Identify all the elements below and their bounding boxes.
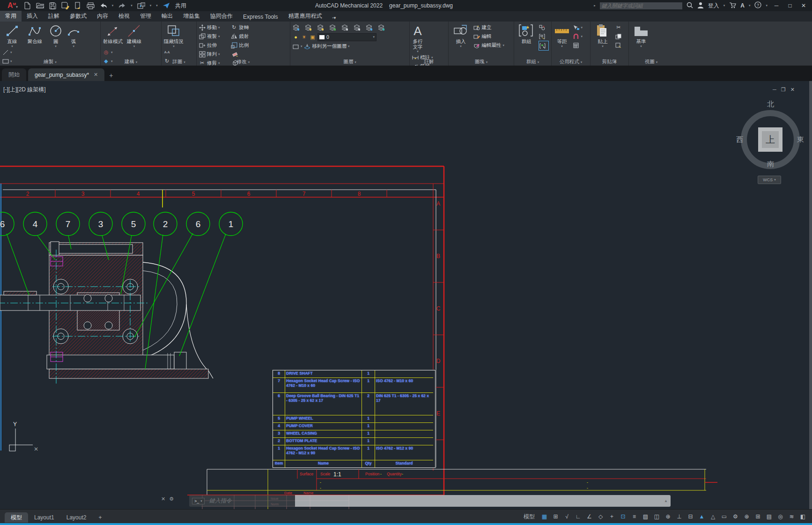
ungroup-mini-button[interactable]: x [539, 23, 549, 32]
user-icon[interactable] [697, 2, 704, 10]
ribbon-collapse-icon[interactable]: ▫▾ [327, 14, 341, 22]
search-input[interactable] [600, 2, 682, 9]
layer-tool-icon-1[interactable] [304, 24, 311, 31]
isometric-drafting-icon[interactable]: ◇ [596, 512, 605, 521]
base-view-button[interactable]: 基準▾ [631, 23, 651, 48]
workspace-switching-icon[interactable]: ⚙ [731, 512, 740, 521]
share-icon[interactable] [162, 2, 170, 9]
dynamic-input-icon[interactable]: ⊟ [686, 512, 695, 521]
ribbon-tab-7[interactable]: 輸出 [156, 11, 178, 22]
section-line-mini-button[interactable]: A-A [163, 48, 174, 57]
layout-dropdown-icon[interactable]: ▾ [150, 4, 152, 7]
model-paper-toggle[interactable]: 模型 [524, 513, 535, 521]
panel-label-detail[interactable]: 詳圖 ▾ [162, 59, 196, 65]
new-file-icon[interactable] [23, 2, 31, 9]
layer-on-icon[interactable]: ● [292, 34, 299, 40]
layout1-tab[interactable]: Layout1 [28, 512, 60, 523]
copyclip-mini-button[interactable] [615, 32, 625, 41]
panel-label-draw[interactable]: 繪製 ▾ [0, 59, 100, 65]
array-button[interactable]: 陣列▾ [199, 50, 229, 59]
panel-label-clipboard[interactable]: 剪貼簿 [591, 59, 628, 65]
file-tab-document[interactable]: gear_pump_subassy* ✕ [28, 68, 104, 81]
layer-tool-icon-4[interactable] [341, 24, 348, 31]
construction-line-button[interactable]: 建構線▾ [125, 23, 143, 48]
drawline-mini-button[interactable]: ▾ [2, 48, 19, 57]
layer-state-icon[interactable] [292, 43, 299, 50]
viewcube-south[interactable]: 南 [767, 160, 774, 169]
panel-label-modify[interactable]: 修改 ▾ [197, 59, 290, 65]
move-to-layer-button[interactable]: 移到另一個圖層 [312, 43, 347, 50]
clean-screen-icon[interactable]: ◧ [798, 512, 807, 521]
magnet-mini-button[interactable]: ▾ [572, 32, 588, 41]
quick-properties-icon[interactable]: ▤ [765, 512, 774, 521]
transparency-icon[interactable]: ▨ [641, 512, 650, 521]
3d-object-snap-icon[interactable]: ⊕ [664, 512, 672, 521]
ribbon-tab-3[interactable]: 參數式 [65, 11, 92, 22]
layer-tool-icon-7[interactable] [377, 24, 384, 31]
ribbon-tab-9[interactable]: 協同合作 [205, 11, 238, 22]
panel-label-construct[interactable]: 建構 ▾ [101, 59, 161, 65]
scale-button[interactable]: 比例 [230, 41, 258, 50]
ribbon-tab-10[interactable]: Express Tools [238, 12, 283, 22]
app-logo-icon[interactable]: AM▾ [4, 1, 19, 10]
panel-label-annotate[interactable]: 註解 [410, 59, 448, 65]
ribbon-tab-0[interactable]: 常用 [0, 11, 22, 22]
group-button[interactable]: 群組 [516, 23, 537, 44]
units-icon[interactable]: ⊞ [753, 512, 762, 521]
open-folder-icon[interactable] [36, 2, 44, 9]
help-dropdown-icon[interactable]: ▾ [766, 4, 768, 7]
search-icon[interactable] [687, 2, 693, 10]
redo-dropdown-icon[interactable]: ▾ [131, 4, 133, 7]
file-tab-start[interactable]: 開始 [2, 68, 26, 81]
cart-icon[interactable] [729, 2, 736, 10]
polyline-button[interactable]: 聚合線 [24, 23, 45, 44]
ribbon-tab-2[interactable]: 註解 [43, 11, 65, 22]
layer-tool-icon-6[interactable] [365, 24, 372, 31]
move-button[interactable]: 移動▾ [199, 23, 229, 32]
arc-button[interactable]: 弧▾ [66, 23, 81, 48]
annotation-monitor-icon[interactable]: ⊕ [742, 512, 751, 521]
edit-block-button[interactable]: 編輯 [473, 32, 509, 41]
dwg-restore-icon[interactable]: ❐ [781, 87, 786, 93]
panel-label-view[interactable]: 視圖 ▾ [629, 59, 673, 65]
center-circle-mini-button[interactable]: ◎▾ [103, 48, 118, 57]
viewport-controls[interactable]: [-][上][2D 線架構] [3, 86, 46, 94]
selection-cycling-icon[interactable]: ◫ [652, 512, 661, 521]
help-icon[interactable]: ? [754, 1, 761, 10]
copy-button[interactable]: 複製▾ [199, 32, 229, 41]
command-recent-icon[interactable]: >_▾ [192, 498, 205, 504]
share-button[interactable]: 共用 [175, 2, 186, 10]
annotation-scale-icon[interactable]: ▭ [720, 512, 729, 521]
autoscale-icon[interactable]: △ [709, 512, 717, 521]
snap-icon[interactable]: ⊞ [551, 512, 560, 521]
graphics-performance-icon[interactable]: ≋ [787, 512, 796, 521]
new-tab-button[interactable]: + [109, 72, 113, 81]
plot-icon[interactable] [74, 2, 82, 9]
panel-label-utilities[interactable]: 公用程式 ▾ [552, 59, 590, 65]
paste-special-mini-button[interactable] [615, 41, 625, 50]
object-snap-icon[interactable]: ⊡ [619, 512, 627, 521]
new-layout-button[interactable]: + [92, 512, 108, 523]
paste-button[interactable]: 貼上▾ [592, 23, 613, 48]
cut-mini-button[interactable]: ✂ [615, 23, 625, 32]
panel-label-group[interactable]: 群組 ▾ [514, 59, 551, 65]
minimize-button[interactable]: ─ [772, 2, 781, 9]
layer-combobox[interactable]: 0 ▾ [317, 33, 376, 41]
print-icon[interactable] [87, 2, 95, 9]
ribbon-tab-11[interactable]: 精選應用程式 [283, 11, 327, 22]
save-as-icon[interactable] [61, 2, 69, 9]
layer-tool-icon-2[interactable] [317, 24, 324, 31]
command-line[interactable]: >_▾ 鍵入指令 ▲ [189, 495, 671, 507]
viewcube[interactable]: 北 西 東 南 上 WCS▾ [735, 100, 810, 186]
maximize-button[interactable]: □ [785, 2, 795, 9]
undo-icon[interactable] [99, 2, 107, 9]
erase-mini-button[interactable] [231, 50, 241, 59]
layout2-tab[interactable]: Layout2 [60, 512, 93, 523]
layer-tool-icon-3[interactable] [329, 24, 336, 31]
panel-label-layers[interactable]: 圖層 ▾ [290, 59, 409, 65]
canvas-scrollbar[interactable] [809, 81, 812, 509]
ribbon-tab-4[interactable]: 內容 [92, 11, 113, 22]
cmd-close-icon[interactable]: ✕ [161, 496, 165, 502]
dwg-minimize-icon[interactable]: ─ [773, 87, 776, 93]
wcs-selector[interactable]: WCS▾ [758, 176, 781, 184]
